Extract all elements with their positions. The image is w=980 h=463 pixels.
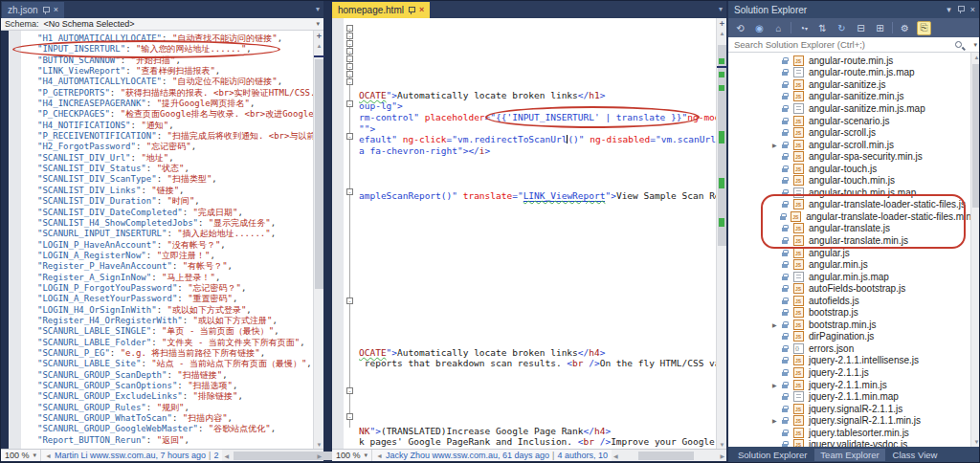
expand-arrow-icon[interactable]: ▶ xyxy=(772,417,782,424)
json-line[interactable]: "P_GETREPORTS": "获得扫描结果的报表. <br>实时验证HTML… xyxy=(37,88,313,99)
json-line[interactable]: "SCANLIST_DIV_DateCompleted": "完成日期", xyxy=(37,208,313,218)
json-line[interactable]: "SCANURL_GROUP_WhatToScan": "扫描内容", xyxy=(37,413,313,424)
fold-box[interactable]: - xyxy=(346,78,353,85)
json-line[interactable]: "SCANURL_GROUP_GoogleWebMaster": "谷歌站点优化… xyxy=(37,424,313,434)
fold-box[interactable]: - xyxy=(346,298,353,304)
scroll-left-icon[interactable]: ◀ xyxy=(613,452,618,459)
json-line[interactable]: "SCANURL_GROUP_ScanOptions": "扫描选项", xyxy=(37,381,313,391)
tree-item[interactable]: angular-translate-loader-static-files.mi… xyxy=(728,210,980,223)
tree-item[interactable]: angular.js xyxy=(728,247,980,259)
chevron-down-icon[interactable]: ▾ xyxy=(316,5,320,13)
code-line[interactable]: ampleScanReport()" translate="LINK_ViewR… xyxy=(359,190,716,202)
json-line[interactable]: "SCANLIST_DIV_Status": "状态", xyxy=(37,164,313,174)
split-handle-icon[interactable]: + xyxy=(314,32,324,41)
tree-item[interactable]: dirPagination.js xyxy=(728,331,980,343)
pin-icon[interactable] xyxy=(409,7,414,14)
json-line[interactable]: "SCANLIST_DIV_Url": "地址", xyxy=(37,153,313,164)
code-line[interactable]: k pages' Google PageRank and Inclusion. … xyxy=(359,436,716,448)
scroll-thumb[interactable] xyxy=(315,59,323,289)
split-handle-icon[interactable]: + xyxy=(717,19,727,29)
fold-box[interactable]: - xyxy=(346,48,353,55)
code-line[interactable]: OCATE">Automatically locate broken links… xyxy=(359,347,605,359)
tree-vertical-scrollbar[interactable]: ▲ ▼ xyxy=(970,53,980,447)
tree-item[interactable]: angular.min.js.map xyxy=(728,271,980,283)
close-icon[interactable]: × xyxy=(419,6,424,14)
tree-item[interactable]: autofields.js xyxy=(728,295,980,307)
scroll-up-icon[interactable]: ▲ xyxy=(717,31,727,36)
tab-solution-explorer[interactable]: Solution Explorer xyxy=(732,449,813,461)
json-line[interactable]: "SCANURL_GROUP_ExcludeLinks": "排除链接", xyxy=(37,391,313,402)
zoom-control[interactable]: 100 % ▾ xyxy=(1,450,41,461)
fold-box[interactable]: - xyxy=(346,100,353,107)
tree-item[interactable]: angular-translate.min.js xyxy=(728,234,980,247)
chevron-down-icon[interactable]: ▾ xyxy=(316,20,320,28)
refresh-outline-icon[interactable]: ⟲ xyxy=(733,21,747,35)
code-line[interactable]: a fa-chevron-right"></i> xyxy=(359,145,490,157)
left-horizontal-scrollbar[interactable]: ◀ ▶ xyxy=(222,450,323,461)
json-editor[interactable]: "H1_AUTOMATICALLYLOCATE": "自动查找不能访问的链接",… xyxy=(9,31,313,449)
solution-explorer-header[interactable]: Solution Explorer ▾ × xyxy=(728,1,980,18)
fold-box[interactable]: - xyxy=(346,71,353,77)
expand-arrow-icon[interactable]: ▶ xyxy=(772,142,782,148)
fold-box[interactable]: - xyxy=(346,33,353,39)
tree-item[interactable]: jquery-2.1.1.intellisense.js xyxy=(728,355,980,367)
close-icon[interactable]: × xyxy=(970,5,975,14)
scroll-thumb[interactable] xyxy=(638,452,694,460)
scroll-down-icon[interactable]: ▼ xyxy=(971,439,980,445)
tree-item[interactable]: autoFields-bootstrap.js xyxy=(728,282,980,295)
json-line[interactable]: "SCANURL_LABLE_Site": "站点 - 当前站点下所有页面（最慢… xyxy=(37,359,313,369)
json-line[interactable]: "LOGIN_H4_OrSignInWith": "或以如下方式登录", xyxy=(37,305,313,316)
json-line[interactable]: "H2_ForgotPassword": "忘记密码", xyxy=(37,142,313,152)
json-line[interactable]: "LOGIN_A_ResetYourPassword": "重置密码", xyxy=(37,294,313,304)
tab-team-explorer[interactable]: Team Explorer xyxy=(814,449,884,461)
tab-zh-json[interactable]: zh.json × xyxy=(2,2,64,18)
json-line[interactable]: "H1_AUTOMATICALLYLOCATE": "自动查找不能访问的链接", xyxy=(37,33,313,44)
scroll-down-icon[interactable]: ▼ xyxy=(717,442,727,448)
json-line[interactable]: "Register_P_HaveAnAccount": "有帐号？", xyxy=(37,261,313,272)
middle-vertical-scrollbar[interactable]: + ▲ ▼ xyxy=(716,18,726,449)
tree-item[interactable]: angular-translate.js xyxy=(728,223,980,235)
tree-item[interactable]: bootstrap.js xyxy=(728,306,980,319)
tree-item[interactable]: angular-scroll.js xyxy=(728,126,980,139)
json-line[interactable]: "SCANURL_LABLE_SINGLE": "单页 - 当前页面（最快）", xyxy=(37,326,313,337)
scroll-thumb[interactable] xyxy=(972,64,980,208)
code-line[interactable]: reports that breakdown scan results. <br… xyxy=(359,358,716,369)
scroll-right-icon[interactable]: ▶ xyxy=(720,452,724,459)
tree-item[interactable]: jquery.tablesorter.min.js xyxy=(728,427,980,439)
preview-selected-items-icon[interactable]: ⎘ xyxy=(917,21,931,35)
json-line[interactable]: "LINK_ViewReport": "查看样例扫描报表", xyxy=(37,66,313,77)
home-icon[interactable]: ⌂ xyxy=(771,21,786,35)
code-line[interactable]: oup-lg"> xyxy=(359,100,403,112)
json-line[interactable]: "INPUT_INSERTURL": "输入您的网站地址......", xyxy=(37,44,313,55)
json-line[interactable]: "SCANURL_GROUP_Rules": "规则", xyxy=(37,403,313,413)
tab-homepage-html[interactable]: homepage.html × xyxy=(332,2,430,18)
json-line[interactable]: "SCANLIST_DIV_ScanType": "扫描类型", xyxy=(37,174,313,185)
search-input[interactable] xyxy=(732,38,955,51)
code-line[interactable]: OCATE">Automatically locate broken links… xyxy=(359,90,605,101)
properties-wrench-icon[interactable]: ⚙ xyxy=(898,21,912,35)
json-line[interactable]: "Report_BUTTON_Rerun": "返回", xyxy=(37,435,313,446)
pin-icon[interactable] xyxy=(958,6,964,13)
json-line[interactable]: "LOGIN_P_HaveAnAccount": "没有帐号？", xyxy=(37,240,313,251)
tree-item[interactable]: angular-translate-loader-static-files.js xyxy=(728,199,980,211)
tree-item[interactable]: angular-scenario.js xyxy=(728,115,980,127)
json-line[interactable]: "P_CHECKPAGES": "检查页面Google排名与收录. <br>改进… xyxy=(37,109,313,120)
json-line[interactable]: "SCANURL_LABLE_Folder": "文件夹 - 当前文件夹下所有页… xyxy=(37,338,313,348)
json-line[interactable]: "P_RECEIVENOTIFICATION": "扫描完成后将收到通知. <b… xyxy=(37,131,313,142)
fold-box[interactable]: - xyxy=(346,25,353,32)
json-line[interactable]: "SCANLIST_DIV_Duration": "时间", xyxy=(37,196,313,207)
code-line[interactable]: ""> xyxy=(359,123,375,135)
chevron-down-icon[interactable]: ▾ xyxy=(719,5,723,13)
fold-box[interactable]: - xyxy=(346,413,353,420)
middle-horizontal-scrollbar[interactable]: ◀ ▶ xyxy=(612,450,726,461)
expand-arrow-icon[interactable]: ▶ xyxy=(772,321,782,328)
refresh-icon[interactable]: ↻ xyxy=(835,21,849,35)
json-line[interactable]: "H4_NOTIFICATIONS": "通知", xyxy=(37,121,313,131)
scroll-up-icon[interactable]: ▲ xyxy=(314,43,324,49)
code-line[interactable]: rm-control" placeholder="{{'INPUT_INSERT… xyxy=(359,112,716,123)
tree-item[interactable]: jquery-2.1.1.min.map xyxy=(728,390,980,403)
search-icon[interactable] xyxy=(955,41,962,48)
left-vertical-scrollbar[interactable]: + ▲ ▼ xyxy=(313,31,323,449)
fold-box[interactable]: - xyxy=(346,55,353,62)
history-indicator[interactable]: ◄ Martin Li www.ssw.com.au, 7 hours ago … xyxy=(41,451,222,460)
